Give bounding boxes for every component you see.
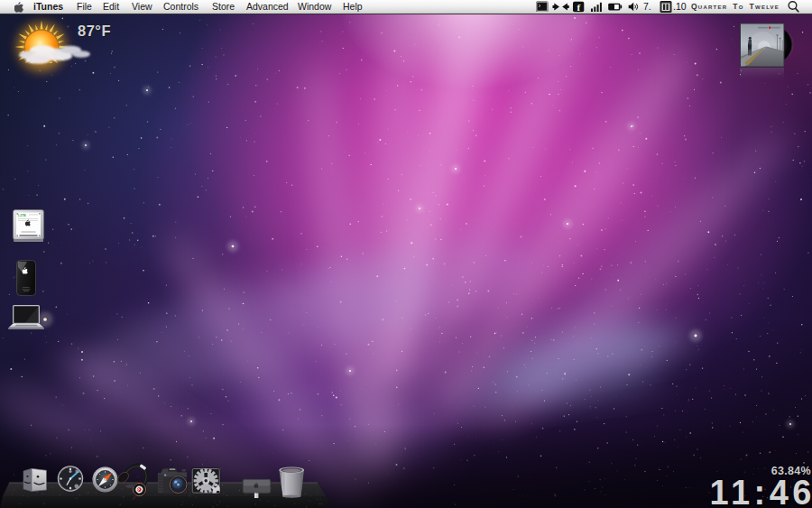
svg-text:iPhone: iPhone — [23, 286, 30, 289]
svg-text:1.2TB: 1.2TB — [18, 214, 27, 217]
svg-text:87°F: 87°F — [78, 23, 111, 39]
svg-text:f: f — [577, 2, 581, 13]
